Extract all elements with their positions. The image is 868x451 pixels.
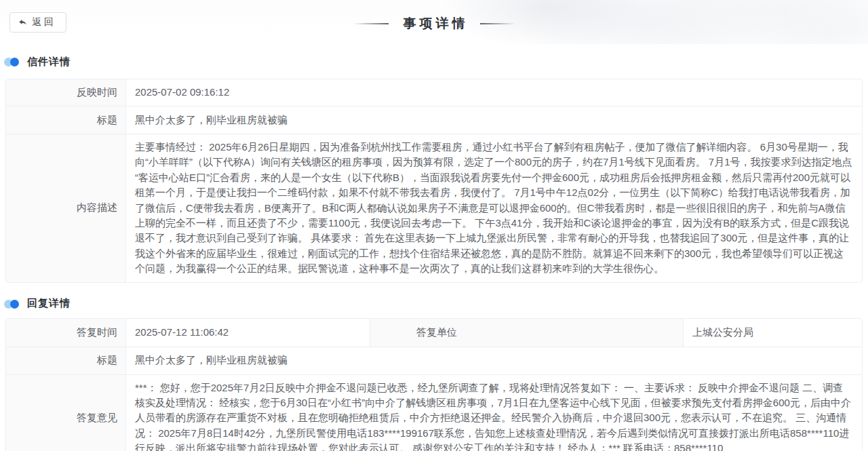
table-row: 内容描述 主要事情经过： 2025年6月26日星期四，因为准备到杭州找工作需要租… bbox=[6, 134, 862, 282]
letter-title-label: 标题 bbox=[6, 106, 126, 134]
reflect-time-label: 反映时间 bbox=[6, 79, 126, 106]
page-title-wrap: 事项详情 bbox=[0, 15, 868, 33]
content-desc-label: 内容描述 bbox=[6, 134, 126, 282]
table-row: 答复意见 ***： 您好，您于2025年7月2日反映中介押金不退问题已收悉，经九… bbox=[6, 375, 862, 451]
reply-opinion-value: ***： 您好，您于2025年7月2日反映中介押金不退问题已收悉，经九堡所调查了… bbox=[126, 375, 862, 451]
content-desc-value: 主要事情经过： 2025年6月26日星期四，因为准备到杭州找工作需要租房，通过小… bbox=[126, 134, 862, 282]
table-row: 标题 黑中介太多了，刚毕业租房就被骗 bbox=[6, 347, 862, 375]
title-left-dash bbox=[353, 23, 389, 24]
reply-section-header: 回复详情 bbox=[4, 297, 868, 311]
reply-opinion-label: 答复意见 bbox=[6, 375, 126, 451]
reply-unit-value: 上城公安分局 bbox=[684, 319, 862, 347]
reflect-time-value: 2025-07-02 09:16:12 bbox=[126, 79, 862, 106]
letter-section-title: 信件详情 bbox=[27, 56, 71, 68]
matter-detail-page: 返回 事项详情 信件详情 反映时间 2025-07-02 09:16:12 标题… bbox=[0, 0, 868, 451]
reply-section-title: 回复详情 bbox=[27, 297, 71, 310]
title-right-dash bbox=[480, 23, 515, 24]
table-row: 标题 黑中介太多了，刚毕业租房就被骗 bbox=[6, 106, 862, 134]
reply-title-value: 黑中介太多了，刚毕业租房就被骗 bbox=[126, 347, 862, 374]
reply-time-label: 答复时间 bbox=[6, 319, 126, 347]
page-title: 事项详情 bbox=[400, 15, 469, 33]
letter-title-value: 黑中介太多了，刚毕业租房就被骗 bbox=[126, 106, 862, 134]
reply-time-value: 2025-07-12 11:06:42 bbox=[126, 319, 370, 347]
letter-detail-table: 反映时间 2025-07-02 09:16:12 标题 黑中介太多了，刚毕业租房… bbox=[5, 79, 863, 283]
reply-title-label: 标题 bbox=[6, 347, 126, 374]
section-dot-icon bbox=[4, 299, 22, 309]
top-bar: 返回 事项详情 bbox=[0, 0, 868, 44]
section-dot-icon bbox=[4, 57, 22, 66]
reply-detail-table: 答复时间 2025-07-12 11:06:42 答复单位 上城公安分局 标题 … bbox=[5, 318, 863, 451]
table-row: 反映时间 2025-07-02 09:16:12 bbox=[6, 79, 862, 106]
reply-unit-label: 答复单位 bbox=[370, 319, 684, 347]
letter-section-header: 信件详情 bbox=[4, 55, 868, 68]
table-row: 答复时间 2025-07-12 11:06:42 答复单位 上城公安分局 bbox=[6, 319, 862, 347]
